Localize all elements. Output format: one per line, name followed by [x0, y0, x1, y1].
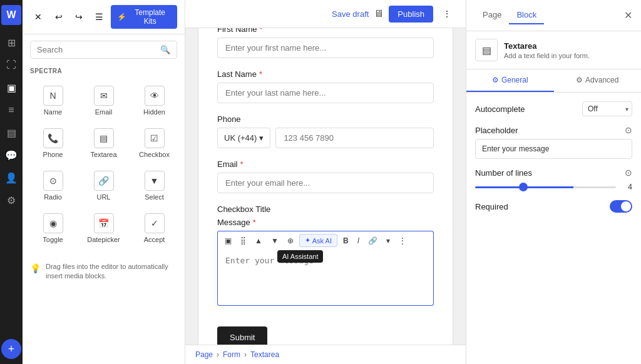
drag-handle-button[interactable]: ⣿: [237, 235, 249, 247]
block-item-textarea[interactable]: ▤ Textarea: [78, 122, 129, 164]
block-item-checkbox[interactable]: ☑ Checkbox: [129, 122, 180, 164]
breadcrumb-page[interactable]: Page: [195, 350, 213, 359]
block-item-email[interactable]: ✉ Email: [78, 79, 129, 122]
search-icon: 🔍: [160, 45, 170, 54]
more-options-button[interactable]: ⋮: [438, 5, 456, 23]
admin-icon-blocks[interactable]: ⊞: [1, 33, 21, 53]
radio-block-icon: ⊙: [43, 171, 63, 191]
phone-block-label: Phone: [43, 151, 63, 158]
message-textarea[interactable]: [217, 250, 434, 306]
panel-header: Page Block ✕: [466, 0, 641, 31]
placeholder-options-icon[interactable]: ⊙: [625, 125, 632, 135]
move-down-button[interactable]: ▼: [268, 235, 282, 247]
admin-icon-users[interactable]: 👤: [1, 168, 21, 188]
block-item-radio[interactable]: ⊙ Radio: [28, 164, 78, 207]
preview-button[interactable]: 🖥: [374, 8, 384, 19]
block-item-accept[interactable]: ✓ Accept: [129, 207, 180, 250]
email-block-icon: ✉: [94, 86, 114, 106]
phone-block-icon: 📞: [43, 128, 63, 148]
lines-slider[interactable]: [475, 186, 616, 188]
name-block-icon: N: [43, 86, 63, 106]
template-kits-button[interactable]: ⚡ Template Kits: [111, 5, 177, 29]
settings-tab-general[interactable]: ⚙ General: [466, 69, 554, 92]
ai-tooltip: AI Assistant: [277, 250, 323, 263]
italic-button[interactable]: I: [354, 235, 362, 247]
drag-hint-text: Drag files into the editor to automatica…: [46, 262, 177, 281]
right-panel: Page Block ✕ ▤ Textarea Add a text field…: [466, 0, 641, 364]
block-item-name[interactable]: N Name: [28, 79, 78, 122]
block-item-url[interactable]: 🔗 URL: [78, 164, 129, 207]
breadcrumb-sep-1: ›: [217, 350, 219, 359]
drag-hint: 💡 Drag files into the editor to automati…: [23, 255, 185, 289]
spectra-label: SPECTRA: [23, 65, 185, 79]
undo-button[interactable]: ↩: [50, 8, 66, 26]
transform-button[interactable]: ⊕: [284, 235, 297, 247]
select-block-icon: ▼: [145, 171, 165, 191]
template-kits-icon: ⚡: [117, 13, 126, 21]
placeholder-section: Placeholder ⊙: [475, 125, 632, 159]
slider-header: Number of lines ⊙: [475, 168, 632, 178]
tab-block[interactable]: Block: [509, 6, 544, 24]
admin-icon-list[interactable]: ≡: [1, 100, 21, 120]
message-label: Message *: [217, 218, 434, 227]
admin-icon-comments[interactable]: 💬: [1, 145, 21, 165]
link-button[interactable]: 🔗: [365, 235, 381, 247]
block-type-button[interactable]: ▣: [222, 235, 235, 247]
breadcrumb-textarea[interactable]: Textarea: [250, 350, 279, 359]
checkbox-block-icon: ☑: [145, 128, 165, 148]
block-sidebar: ✕ ↩ ↪ ☰ ⚡ Template Kits 🔍 SPECTRA N Name…: [23, 0, 185, 364]
list-view-button[interactable]: ☰: [91, 8, 107, 26]
settings-content: Autocomplete Off On Placeholder ⊙ Number…: [466, 93, 641, 364]
ai-icon: ✦: [305, 236, 310, 245]
block-item-select[interactable]: ▼ Select: [129, 164, 180, 207]
number-of-lines-label: Number of lines: [475, 168, 532, 178]
block-item-phone[interactable]: 📞 Phone: [28, 122, 78, 164]
admin-icon-pages[interactable]: ▣: [1, 78, 21, 98]
save-draft-button[interactable]: Save draft: [332, 9, 369, 19]
placeholder-input[interactable]: [475, 139, 632, 159]
autocomplete-select[interactable]: Off On: [582, 101, 632, 116]
editor-canvas: First Name * Last Name * Phone UK (+44): [185, 28, 466, 345]
ask-ai-button[interactable]: ✦ Ask AI: [299, 234, 337, 247]
close-sidebar-button[interactable]: ✕: [30, 8, 46, 26]
required-toggle[interactable]: [610, 200, 632, 213]
settings-tab-advanced[interactable]: ⚙ Advanced: [554, 69, 642, 92]
phone-number-input[interactable]: [275, 128, 434, 148]
message-toolbar: ▣ ⣿ ▲ ▼ ⊕ ✦ Ask AI B I 🔗 ▾ ⋮ AI Assistan…: [217, 231, 434, 250]
publish-button[interactable]: Publish: [389, 6, 433, 23]
submit-button[interactable]: Submit: [217, 326, 267, 345]
block-item-hidden[interactable]: 👁 Hidden: [129, 79, 180, 122]
add-block-button[interactable]: +: [1, 339, 21, 359]
breadcrumb-form[interactable]: Form: [223, 350, 240, 359]
placeholder-header: Placeholder ⊙: [475, 125, 632, 135]
admin-icon-settings[interactable]: ⚙: [1, 190, 21, 210]
checkbox-title: Checkbox Title: [217, 205, 434, 214]
last-name-input[interactable]: [217, 83, 434, 103]
admin-icon-media[interactable]: ▤: [1, 123, 21, 143]
required-label: Required: [475, 202, 508, 211]
drag-hint-icon: 💡: [30, 263, 41, 275]
more-options-toolbar-button[interactable]: ⋮: [396, 235, 409, 247]
block-item-toggle[interactable]: ◉ Toggle: [28, 207, 78, 250]
editor-top-bar: Save draft 🖥 Publish ⋮: [185, 0, 466, 28]
phone-country-select[interactable]: UK (+44) ▾: [217, 128, 270, 148]
email-field: Email *: [217, 159, 434, 193]
redo-button[interactable]: ↪: [71, 8, 87, 26]
move-up-button[interactable]: ▲: [252, 235, 265, 247]
email-input[interactable]: [217, 173, 434, 193]
tab-page[interactable]: Page: [475, 6, 509, 24]
bold-button[interactable]: B: [340, 235, 352, 247]
more-formats-button[interactable]: ▾: [383, 235, 393, 247]
url-block-icon: 🔗: [94, 171, 114, 191]
textarea-block-thumb: ▤: [475, 39, 498, 61]
required-row: Required: [475, 200, 632, 213]
search-input[interactable]: [37, 45, 156, 54]
placeholder-label: Placeholder: [475, 126, 518, 135]
panel-close-button[interactable]: ✕: [624, 9, 632, 21]
lines-options-icon[interactable]: ⊙: [625, 168, 632, 178]
breadcrumb-bar: Page › Form › Textarea: [185, 345, 466, 364]
wp-logo[interactable]: W: [1, 5, 21, 25]
admin-icon-tools[interactable]: ⛶: [1, 55, 21, 75]
block-item-datepicker[interactable]: 📅 Datepicker: [78, 207, 129, 250]
first-name-input[interactable]: [217, 38, 434, 58]
